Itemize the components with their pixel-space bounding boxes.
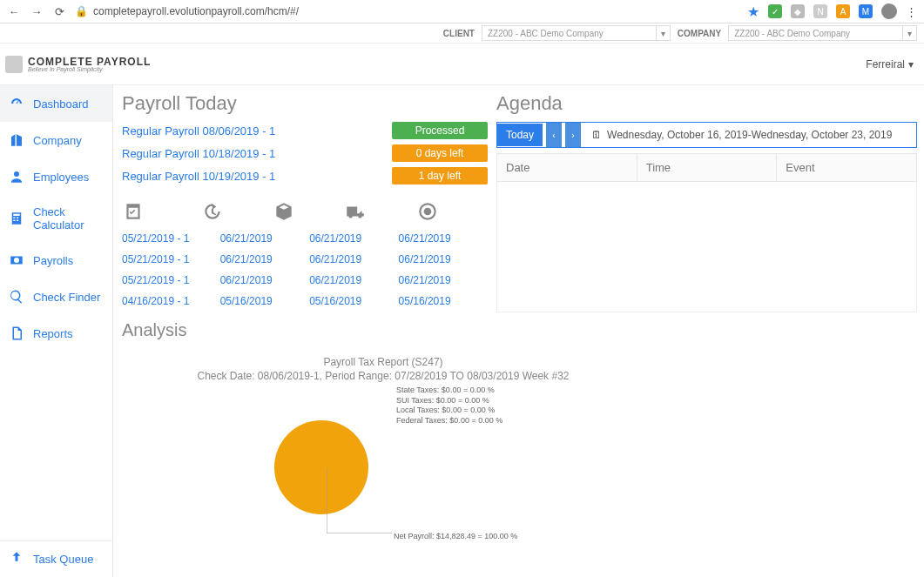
date-cell[interactable]: 05/16/2019 <box>399 295 488 307</box>
payroll-row: Regular Payroll 10/18/2019 - 1 0 days le… <box>122 144 488 162</box>
net-label: Net Payroll: $14,828.49 = 100.00 % <box>394 532 517 540</box>
date-cell[interactable]: 06/21/2019 <box>399 253 488 265</box>
gauge-icon <box>9 96 24 111</box>
payroll-link[interactable]: Regular Payroll 10/19/2019 - 1 <box>122 170 275 183</box>
bookmark-icon[interactable]: ★ <box>747 3 759 20</box>
ext-icon-3[interactable]: N <box>813 4 827 18</box>
sidebar-label: Task Queue <box>33 553 93 566</box>
agenda-body <box>496 182 917 312</box>
target-icon <box>416 200 439 223</box>
status-badge: 1 day left <box>392 167 488 185</box>
url-text: completepayroll.evolutionpayroll.com/hcm… <box>93 5 299 17</box>
date-cell[interactable]: 06/21/2019 <box>309 232 398 245</box>
sidebar-item-check-calculator[interactable]: Check Calculator <box>0 195 112 242</box>
col-event: Event <box>777 154 916 181</box>
table-row: 05/21/2019 - 1 06/21/2019 06/21/2019 06/… <box>122 249 488 270</box>
sidebar-label: Reports <box>33 327 73 340</box>
company-label: COMPANY <box>678 29 721 38</box>
sidebar-label: Company <box>33 134 82 147</box>
reload-icon[interactable]: ⟳ <box>52 4 66 18</box>
forward-icon[interactable]: → <box>30 4 44 18</box>
chevron-down-icon: ▾ <box>656 26 670 40</box>
tax-legend: State Taxes: $0.00 = 0.00 % SUI Taxes: $… <box>396 386 502 426</box>
client-value: ZZ200 - ABC Demo Company <box>482 29 656 38</box>
agenda-header: Date Time Event <box>496 153 917 182</box>
date-cell[interactable]: 06/21/2019 <box>220 274 309 286</box>
brand-bar: COMPLETE PAYROLL Believe In Payroll Simp… <box>0 44 924 85</box>
ext-icon-4[interactable]: A <box>836 4 850 18</box>
date-cell[interactable]: 06/21/2019 <box>399 274 488 286</box>
lock-icon: 🔒 <box>75 5 88 17</box>
sidebar-item-company[interactable]: Company <box>0 122 112 158</box>
sidebar-label: Dashboard <box>33 97 89 111</box>
menu-icon[interactable]: ⋮ <box>906 5 917 18</box>
ext-icon-1[interactable]: ✓ <box>768 4 782 18</box>
sidebar-label: Check Finder <box>33 291 100 304</box>
sidebar-item-employees[interactable]: Employees <box>0 158 112 195</box>
sidebar-item-check-finder[interactable]: Check Finder <box>0 278 112 315</box>
sidebar-label: Employees <box>33 171 89 184</box>
left-column: Payroll Today Regular Payroll 08/06/2019… <box>122 92 488 570</box>
date-cell[interactable]: 05/21/2019 - 1 <box>122 274 220 286</box>
leader-line <box>327 468 392 533</box>
profile-avatar[interactable] <box>881 3 897 19</box>
date-range-text: Wednesday, October 16, 2019-Wednesday, O… <box>607 129 892 141</box>
tax-line: Local Taxes: $0.00 = 0.00 % <box>396 406 502 416</box>
table-row: 04/16/2019 - 1 05/16/2019 05/16/2019 05/… <box>122 291 488 312</box>
ext-icon-2[interactable]: ◆ <box>791 4 805 18</box>
date-cell[interactable]: 06/21/2019 <box>309 274 398 286</box>
prev-button[interactable]: ‹ <box>546 123 562 147</box>
tax-line: State Taxes: $0.00 = 0.00 % <box>396 386 502 396</box>
client-select[interactable]: ZZ200 - ABC Demo Company ▾ <box>482 25 671 41</box>
payroll-link[interactable]: Regular Payroll 08/06/2019 - 1 <box>122 124 275 138</box>
ext-icon-5[interactable]: M <box>859 4 873 18</box>
payroll-link[interactable]: Regular Payroll 10/18/2019 - 1 <box>122 147 275 160</box>
tax-line: SUI Taxes: $0.00 = 0.00 % <box>396 396 502 406</box>
date-cell[interactable]: 04/16/2019 - 1 <box>122 295 220 307</box>
company-value: ZZ200 - ABC Demo Company <box>729 29 902 38</box>
extensions: ★ ✓ ◆ N A M ⋮ <box>747 3 917 20</box>
date-cell[interactable]: 05/16/2019 <box>220 295 309 307</box>
back-icon[interactable]: ← <box>7 4 21 18</box>
search-icon <box>9 289 24 305</box>
sidebar-task-queue[interactable]: Task Queue <box>0 540 112 577</box>
date-cell[interactable]: 05/21/2019 - 1 <box>122 232 220 245</box>
pie-chart: State Taxes: $0.00 = 0.00 % SUI Taxes: $… <box>122 386 644 560</box>
date-cell[interactable]: 06/21/2019 <box>399 232 488 245</box>
brand-logo[interactable]: COMPLETE PAYROLL Believe In Payroll Simp… <box>5 56 151 73</box>
logo-icon <box>5 56 23 73</box>
content: Dashboard Company Employees Check Calcul… <box>0 85 924 577</box>
col-date: Date <box>497 154 637 181</box>
sidebar-label: Payrolls <box>33 254 73 267</box>
user-name: Ferreiral <box>866 58 905 70</box>
date-cell[interactable]: 05/21/2019 - 1 <box>122 253 220 265</box>
context-bar: CLIENT ZZ200 - ABC Demo Company ▾ COMPAN… <box>0 23 924 44</box>
address-bar[interactable]: 🔒 completepayroll.evolutionpayroll.com/h… <box>75 5 739 17</box>
date-cell[interactable]: 06/21/2019 <box>220 253 309 265</box>
calculator-icon <box>9 211 24 226</box>
payroll-row: Regular Payroll 08/06/2019 - 1 Processed <box>122 122 488 139</box>
today-button[interactable]: Today <box>497 124 543 146</box>
date-cell[interactable]: 05/16/2019 <box>309 295 398 307</box>
table-row: 05/21/2019 - 1 06/21/2019 06/21/2019 06/… <box>122 228 488 249</box>
table-row: 05/21/2019 - 1 06/21/2019 06/21/2019 06/… <box>122 270 488 291</box>
date-table-header <box>122 200 488 223</box>
package-icon <box>273 200 295 223</box>
status-badge: 0 days left <box>392 144 488 162</box>
payroll-today-title: Payroll Today <box>122 92 488 115</box>
company-select[interactable]: ZZ200 - ABC Demo Company ▾ <box>728 25 917 41</box>
date-cell[interactable]: 06/21/2019 <box>309 253 398 265</box>
money-icon <box>9 252 24 268</box>
truck-icon <box>344 200 367 223</box>
col-time: Time <box>637 154 778 181</box>
sidebar-label: Check Calculator <box>33 205 104 231</box>
chevron-down-icon: ▾ <box>902 26 916 40</box>
sidebar-item-reports[interactable]: Reports <box>0 315 112 352</box>
user-menu[interactable]: Ferreiral ▾ <box>866 58 914 70</box>
calendar-check-icon <box>122 200 145 223</box>
next-button[interactable]: › <box>565 123 581 147</box>
sidebar-item-dashboard[interactable]: Dashboard <box>0 85 112 122</box>
tax-line: Federal Taxes: $0.00 = 0.00 % <box>396 416 502 426</box>
date-cell[interactable]: 06/21/2019 <box>220 232 309 245</box>
sidebar-item-payrolls[interactable]: Payrolls <box>0 242 112 278</box>
